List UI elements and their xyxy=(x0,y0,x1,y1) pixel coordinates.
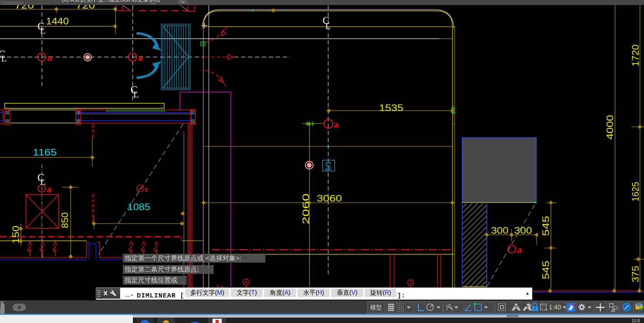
svg-text:2060: 2060 xyxy=(301,193,311,224)
svg-text:S: S xyxy=(325,159,332,173)
svg-text:1440: 1440 xyxy=(46,16,69,26)
svg-text:545: 545 xyxy=(541,216,551,236)
svg-text:1625: 1625 xyxy=(630,182,641,202)
svg-text:545: 545 xyxy=(541,261,551,279)
svg-text:L: L xyxy=(325,21,331,31)
svg-text:1720: 1720 xyxy=(630,44,641,67)
svg-text:375: 375 xyxy=(630,266,641,282)
svg-text:300: 300 xyxy=(491,226,508,236)
svg-text:a: a xyxy=(334,119,339,130)
svg-text:1:40: 1:40 xyxy=(549,304,561,311)
svg-text:3060: 3060 xyxy=(317,193,342,203)
svg-text:1085: 1085 xyxy=(127,202,150,212)
svg-text:L: L xyxy=(40,177,46,187)
svg-text:a: a xyxy=(517,244,522,255)
svg-text:850: 850 xyxy=(60,212,70,228)
svg-text:c: c xyxy=(145,184,149,194)
svg-text:a: a xyxy=(47,52,52,63)
svg-text:1535: 1535 xyxy=(379,103,403,113)
svg-text:4000: 4000 xyxy=(605,115,615,140)
svg-text:L: L xyxy=(1,54,7,63)
svg-text:12:0: 12:0 xyxy=(632,318,640,323)
svg-text:L: L xyxy=(40,26,46,36)
svg-text:模型: 模型 xyxy=(370,304,382,311)
svg-text:a: a xyxy=(47,184,52,194)
svg-text:L: L xyxy=(133,90,139,99)
svg-text:300: 300 xyxy=(514,226,532,236)
svg-text:150: 150 xyxy=(11,226,21,244)
svg-text:a: a xyxy=(138,52,143,63)
svg-text:1165: 1165 xyxy=(33,147,57,157)
